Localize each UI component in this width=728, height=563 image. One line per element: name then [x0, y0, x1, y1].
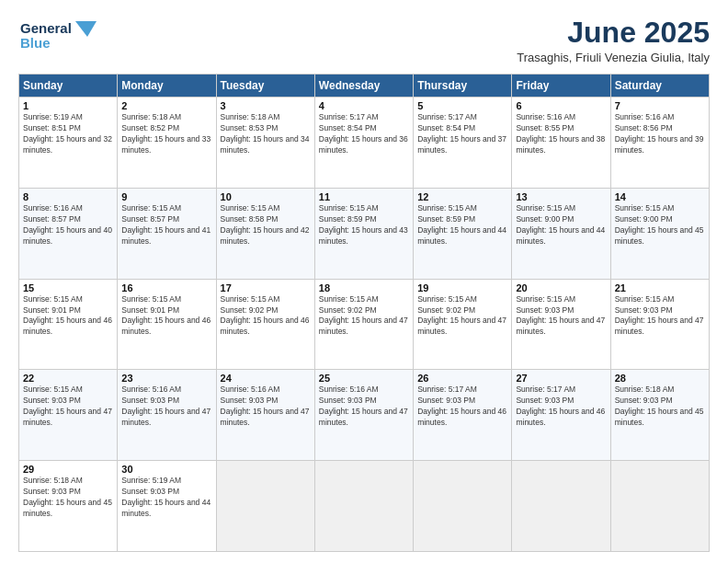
day-info: Sunrise: 5:15 AMSunset: 9:01 PMDaylight:…	[121, 294, 211, 339]
day-number: 9	[121, 191, 211, 202]
table-row: 22Sunrise: 5:15 AMSunset: 9:03 PMDayligh…	[19, 370, 118, 461]
title-block: June 2025 Trasaghis, Friuli Venezia Giul…	[517, 17, 710, 64]
day-number: 23	[121, 373, 211, 384]
day-number: 18	[319, 282, 409, 293]
table-row: 20Sunrise: 5:15 AMSunset: 9:03 PMDayligh…	[512, 279, 610, 370]
day-number: 27	[516, 373, 606, 384]
table-row: 18Sunrise: 5:15 AMSunset: 9:02 PMDayligh…	[314, 279, 413, 370]
day-number: 15	[23, 282, 113, 293]
header-saturday: Saturday	[610, 75, 709, 98]
table-row	[512, 461, 610, 552]
table-row: 21Sunrise: 5:15 AMSunset: 9:03 PMDayligh…	[610, 279, 709, 370]
table-row: 13Sunrise: 5:15 AMSunset: 9:00 PMDayligh…	[512, 188, 610, 279]
day-info: Sunrise: 5:17 AMSunset: 8:54 PMDaylight:…	[319, 112, 409, 156]
day-info: Sunrise: 5:16 AMSunset: 8:56 PMDaylight:…	[615, 112, 705, 156]
table-row: 7Sunrise: 5:16 AMSunset: 8:56 PMDaylight…	[610, 98, 709, 189]
day-number: 16	[121, 282, 211, 293]
day-info: Sunrise: 5:16 AMSunset: 8:57 PMDaylight:…	[23, 203, 113, 247]
header-friday: Friday	[512, 75, 610, 98]
day-info: Sunrise: 5:15 AMSunset: 9:03 PMDaylight:…	[615, 294, 705, 339]
table-row: 19Sunrise: 5:15 AMSunset: 9:02 PMDayligh…	[414, 279, 512, 370]
day-number: 25	[319, 373, 409, 384]
day-number: 20	[516, 282, 606, 293]
day-number: 29	[23, 464, 113, 475]
day-number: 3	[221, 100, 311, 111]
table-row: 4Sunrise: 5:17 AMSunset: 8:54 PMDaylight…	[314, 98, 413, 189]
table-row	[216, 461, 314, 552]
day-info: Sunrise: 5:15 AMSunset: 8:59 PMDaylight:…	[417, 203, 507, 247]
day-info: Sunrise: 5:15 AMSunset: 8:57 PMDaylight:…	[121, 203, 211, 247]
day-number: 11	[319, 191, 409, 202]
table-row: 15Sunrise: 5:15 AMSunset: 9:01 PMDayligh…	[19, 279, 118, 370]
day-info: Sunrise: 5:18 AMSunset: 9:03 PMDaylight:…	[23, 476, 113, 520]
table-row: 30Sunrise: 5:19 AMSunset: 9:03 PMDayligh…	[118, 461, 216, 552]
table-row: 8Sunrise: 5:16 AMSunset: 8:57 PMDaylight…	[19, 188, 118, 279]
day-info: Sunrise: 5:15 AMSunset: 9:02 PMDaylight:…	[319, 294, 409, 339]
day-number: 2	[121, 100, 211, 111]
day-info: Sunrise: 5:15 AMSunset: 9:01 PMDaylight:…	[23, 294, 113, 339]
table-row: 9Sunrise: 5:15 AMSunset: 8:57 PMDaylight…	[118, 188, 216, 279]
table-row: 3Sunrise: 5:18 AMSunset: 8:53 PMDaylight…	[216, 98, 314, 189]
table-row	[610, 461, 709, 552]
table-row: 10Sunrise: 5:15 AMSunset: 8:58 PMDayligh…	[216, 188, 314, 279]
day-info: Sunrise: 5:15 AMSunset: 9:03 PMDaylight:…	[23, 385, 113, 429]
day-info: Sunrise: 5:19 AMSunset: 9:03 PMDaylight:…	[121, 476, 211, 520]
table-row: 6Sunrise: 5:16 AMSunset: 8:55 PMDaylight…	[512, 98, 610, 189]
day-info: Sunrise: 5:18 AMSunset: 8:53 PMDaylight:…	[221, 112, 311, 156]
day-info: Sunrise: 5:19 AMSunset: 8:51 PMDaylight:…	[23, 112, 113, 156]
table-row: 5Sunrise: 5:17 AMSunset: 8:54 PMDaylight…	[414, 98, 512, 189]
logo: General Blue	[18, 17, 101, 58]
day-info: Sunrise: 5:16 AMSunset: 9:03 PMDaylight:…	[221, 385, 311, 429]
day-info: Sunrise: 5:15 AMSunset: 9:00 PMDaylight:…	[516, 203, 606, 247]
day-number: 13	[516, 191, 606, 202]
header: General Blue June 2025 Trasaghis, Friuli…	[18, 17, 710, 64]
table-row: 1Sunrise: 5:19 AMSunset: 8:51 PMDaylight…	[19, 98, 118, 189]
calendar-table: Sunday Monday Tuesday Wednesday Thursday…	[18, 74, 710, 552]
table-row: 28Sunrise: 5:18 AMSunset: 9:03 PMDayligh…	[610, 370, 709, 461]
table-row: 26Sunrise: 5:17 AMSunset: 9:03 PMDayligh…	[414, 370, 512, 461]
day-info: Sunrise: 5:15 AMSunset: 8:59 PMDaylight:…	[319, 203, 409, 247]
header-monday: Monday	[118, 75, 216, 98]
day-info: Sunrise: 5:16 AMSunset: 9:03 PMDaylight:…	[319, 385, 409, 429]
day-number: 28	[615, 373, 705, 384]
header-wednesday: Wednesday	[314, 75, 413, 98]
page: General Blue June 2025 Trasaghis, Friuli…	[0, 0, 728, 563]
day-number: 12	[417, 191, 507, 202]
svg-text:General: General	[20, 20, 72, 36]
day-number: 30	[121, 464, 211, 475]
day-number: 14	[615, 191, 705, 202]
calendar-week-row: 8Sunrise: 5:16 AMSunset: 8:57 PMDaylight…	[19, 188, 710, 279]
calendar-week-row: 29Sunrise: 5:18 AMSunset: 9:03 PMDayligh…	[19, 461, 710, 552]
header-tuesday: Tuesday	[216, 75, 314, 98]
location: Trasaghis, Friuli Venezia Giulia, Italy	[517, 51, 710, 64]
table-row: 23Sunrise: 5:16 AMSunset: 9:03 PMDayligh…	[118, 370, 216, 461]
day-info: Sunrise: 5:15 AMSunset: 9:02 PMDaylight:…	[417, 294, 507, 339]
day-info: Sunrise: 5:15 AMSunset: 9:00 PMDaylight:…	[615, 203, 705, 247]
table-row: 29Sunrise: 5:18 AMSunset: 9:03 PMDayligh…	[19, 461, 118, 552]
table-row	[414, 461, 512, 552]
day-number: 10	[221, 191, 311, 202]
calendar-week-row: 1Sunrise: 5:19 AMSunset: 8:51 PMDaylight…	[19, 98, 710, 189]
day-number: 6	[516, 100, 606, 111]
calendar-week-row: 22Sunrise: 5:15 AMSunset: 9:03 PMDayligh…	[19, 370, 710, 461]
header-sunday: Sunday	[19, 75, 118, 98]
day-info: Sunrise: 5:15 AMSunset: 8:58 PMDaylight:…	[221, 203, 311, 247]
table-row: 14Sunrise: 5:15 AMSunset: 9:00 PMDayligh…	[610, 188, 709, 279]
day-number: 4	[319, 100, 409, 111]
day-info: Sunrise: 5:18 AMSunset: 8:52 PMDaylight:…	[121, 112, 211, 156]
table-row: 2Sunrise: 5:18 AMSunset: 8:52 PMDaylight…	[118, 98, 216, 189]
table-row: 25Sunrise: 5:16 AMSunset: 9:03 PMDayligh…	[314, 370, 413, 461]
day-number: 17	[221, 282, 311, 293]
table-row: 12Sunrise: 5:15 AMSunset: 8:59 PMDayligh…	[414, 188, 512, 279]
day-info: Sunrise: 5:16 AMSunset: 8:55 PMDaylight:…	[516, 112, 606, 156]
day-number: 21	[615, 282, 705, 293]
day-info: Sunrise: 5:15 AMSunset: 9:02 PMDaylight:…	[221, 294, 311, 339]
table-row: 27Sunrise: 5:17 AMSunset: 9:03 PMDayligh…	[512, 370, 610, 461]
logo-svg: General Blue	[18, 17, 101, 58]
day-number: 26	[417, 373, 507, 384]
day-info: Sunrise: 5:15 AMSunset: 9:03 PMDaylight:…	[516, 294, 606, 339]
table-row	[314, 461, 413, 552]
day-info: Sunrise: 5:16 AMSunset: 9:03 PMDaylight:…	[121, 385, 211, 429]
day-number: 8	[23, 191, 113, 202]
table-row: 16Sunrise: 5:15 AMSunset: 9:01 PMDayligh…	[118, 279, 216, 370]
